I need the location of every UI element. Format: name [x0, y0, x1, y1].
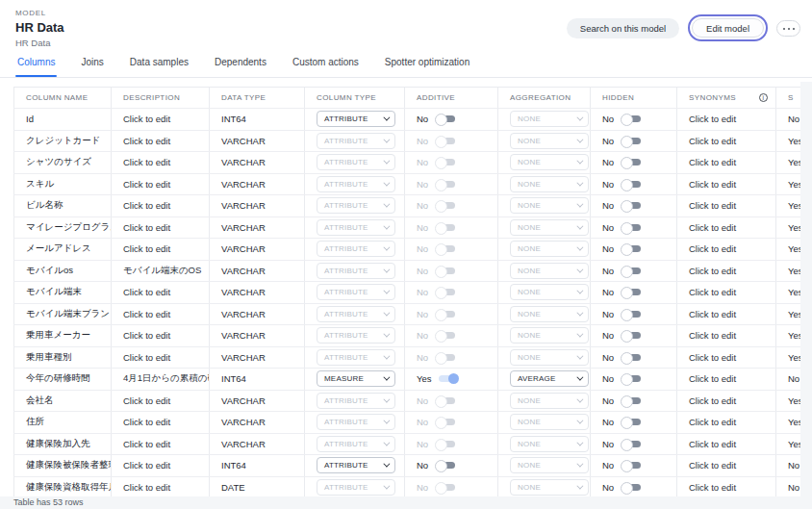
tab-spotter-optimization[interactable]: Spotter optimization [385, 57, 469, 77]
hidden-toggle[interactable] [621, 243, 641, 254]
column-name-cell[interactable]: 今年の研修時間 [14, 369, 112, 391]
synonyms-cell[interactable]: Click to edit [677, 303, 776, 325]
column-name-cell[interactable]: クレジットカード [14, 130, 112, 152]
synonyms-cell[interactable]: Click to edit [677, 239, 776, 261]
column-name-cell[interactable]: スキル [14, 173, 112, 195]
synonyms-cell[interactable]: Click to edit [677, 173, 776, 195]
synonyms-cell[interactable]: Click to edit [677, 216, 776, 239]
hidden-toggle[interactable] [621, 395, 641, 406]
description-cell[interactable]: Click to edit [112, 390, 210, 412]
description-cell[interactable]: Click to edit [112, 216, 210, 239]
column-name-cell[interactable]: 会社名 [14, 390, 112, 412]
synonyms-cell[interactable]: Click to edit [677, 130, 776, 152]
hidden-cell: No [591, 369, 677, 391]
description-cell[interactable]: Click to edit [112, 303, 210, 325]
table-row: 乗用車メーカーClick to editVARCHARATTRIBUTENoNO… [14, 325, 801, 347]
synonyms-cell[interactable]: Click to edit [677, 390, 776, 412]
synonyms-cell[interactable]: Click to edit [677, 260, 776, 282]
hidden-toggle[interactable] [621, 114, 641, 124]
tab-dependents[interactable]: Dependents [215, 57, 266, 77]
description-cell[interactable]: Click to edit [112, 195, 210, 217]
column-name-cell[interactable]: 乗用車種別 [14, 346, 112, 369]
edit-model-button[interactable]: Edit model [692, 18, 764, 38]
data-type-cell: DATE [210, 476, 305, 498]
description-cell[interactable]: Click to edit [112, 325, 210, 347]
description-cell[interactable]: モバイル端末のOS [112, 260, 210, 282]
synonyms-cell[interactable]: Click to edit [677, 109, 776, 131]
hidden-toggle[interactable] [621, 482, 641, 493]
tab-columns[interactable]: Columns [17, 57, 55, 77]
dropdown-attribute[interactable]: ATTRIBUTE [317, 111, 395, 127]
description-cell[interactable]: Click to edit [112, 282, 210, 304]
column-name-cell[interactable]: 健康保険加入先 [14, 433, 112, 455]
hidden-toggle[interactable] [621, 373, 641, 384]
hidden-toggle[interactable] [621, 460, 641, 471]
additive-toggle [435, 352, 455, 363]
hidden-toggle[interactable] [621, 439, 641, 449]
column-name-cell[interactable]: 乗用車メーカー [14, 325, 112, 347]
last-column-cell: Yes [776, 346, 801, 369]
hidden-toggle[interactable] [621, 352, 641, 363]
column-name-cell[interactable]: ビル名称 [14, 195, 112, 217]
description-cell[interactable]: 4月1日からの累積の研… [112, 369, 210, 391]
hidden-toggle[interactable] [621, 222, 641, 233]
description-cell[interactable]: Click to edit [112, 130, 210, 152]
hidden-toggle[interactable] [621, 200, 641, 211]
search-on-model-button[interactable]: Search on this model [567, 18, 679, 38]
description-cell[interactable]: Click to edit [112, 455, 210, 477]
description-cell[interactable]: Click to edit [112, 239, 210, 261]
column-name-cell[interactable]: 住所 [14, 412, 112, 434]
description-cell[interactable]: Click to edit [112, 109, 210, 131]
description-cell[interactable]: Click to edit [112, 412, 210, 434]
hidden-toggle[interactable] [621, 287, 641, 297]
tab-custom-actions[interactable]: Custom actions [292, 57, 359, 77]
description-cell[interactable]: Click to edit [112, 152, 210, 174]
synonyms-cell[interactable]: Click to edit [677, 476, 776, 498]
tab-data-samples[interactable]: Data samples [130, 57, 189, 77]
additive-toggle[interactable] [435, 460, 455, 471]
dropdown-average[interactable]: AVERAGE [510, 370, 589, 387]
description-cell[interactable]: Click to edit [112, 476, 210, 498]
hidden-toggle[interactable] [621, 136, 641, 146]
additive-toggle[interactable] [435, 114, 455, 124]
hidden-toggle[interactable] [621, 157, 641, 167]
tab-joins[interactable]: Joins [81, 57, 103, 77]
column-name-cell[interactable]: シャツのサイズ [14, 152, 112, 174]
column-name-cell[interactable]: モバイル端末ブランド [14, 303, 112, 325]
hidden-toggle[interactable] [621, 309, 641, 319]
dropdown-measure[interactable]: MEASURE [317, 370, 395, 387]
hidden-toggle[interactable] [621, 179, 641, 190]
column-name-cell[interactable]: 健康保険被保険者整理番号 [14, 455, 112, 477]
synonyms-cell[interactable]: Click to edit [677, 369, 776, 391]
hidden-cell: No [591, 260, 677, 282]
more-options-button[interactable] [776, 20, 800, 37]
hidden-toggle[interactable] [621, 417, 641, 427]
dropdown-value: MEASURE [324, 374, 364, 383]
column-name-cell[interactable]: モバイルos [14, 260, 112, 282]
synonyms-cell[interactable]: Click to edit [677, 346, 776, 369]
hidden-toggle[interactable] [621, 330, 641, 341]
dropdown-attribute[interactable]: ATTRIBUTE [317, 457, 395, 473]
column-name-cell[interactable]: メールアドレス [14, 239, 112, 261]
synonyms-cell[interactable]: Click to edit [677, 433, 776, 455]
synonyms-cell[interactable]: Click to edit [677, 195, 776, 217]
description-cell[interactable]: Click to edit [112, 433, 210, 455]
synonyms-cell[interactable]: Click to edit [677, 325, 776, 347]
scrollbar-gutter[interactable] [800, 82, 812, 509]
additive-toggle [435, 157, 455, 167]
column-name-cell[interactable]: 健康保険資格取得年月日 [14, 476, 112, 498]
synonyms-cell[interactable]: Click to edit [677, 455, 776, 477]
synonyms-cell[interactable]: Click to edit [677, 282, 776, 304]
dropdown-value: NONE [518, 310, 541, 318]
column-name-cell[interactable]: モバイル端末 [14, 282, 112, 304]
additive-toggle[interactable] [439, 373, 459, 384]
column-name-cell[interactable]: マイレージプログラム [14, 216, 112, 239]
additive-cell: No [405, 109, 498, 131]
synonyms-cell[interactable]: Click to edit [677, 152, 776, 174]
column-name-cell[interactable]: Id [14, 109, 112, 131]
description-cell[interactable]: Click to edit [112, 173, 210, 195]
hidden-toggle[interactable] [621, 266, 641, 276]
description-cell[interactable]: Click to edit [112, 346, 210, 369]
synonyms-cell[interactable]: Click to edit [677, 412, 776, 434]
info-icon[interactable] [759, 93, 768, 102]
